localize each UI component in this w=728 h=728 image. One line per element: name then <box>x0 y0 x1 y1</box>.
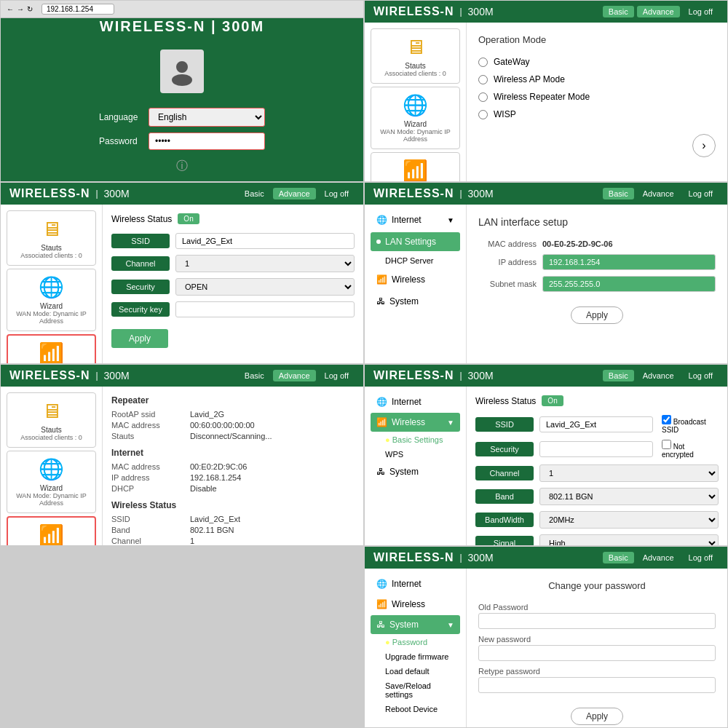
apply-button[interactable]: Apply <box>571 708 623 725</box>
browser-refresh[interactable]: ↻ <box>27 5 33 13</box>
ssid-input[interactable] <box>175 233 355 249</box>
wireless-toggle[interactable]: On <box>542 395 563 406</box>
subnet-input[interactable] <box>542 276 716 292</box>
channel-select[interactable]: 1 <box>539 464 719 482</box>
basic-button[interactable]: Basic <box>603 370 634 381</box>
logoff-button[interactable]: Log off <box>683 188 719 199</box>
security-key-input[interactable] <box>175 301 355 317</box>
channel-select[interactable]: 1 <box>175 255 355 272</box>
sidebar-wizard[interactable]: 🌐 Wizard WAN Mode: Dynamic IP Address <box>7 269 96 331</box>
advance-button[interactable]: Advance <box>273 370 316 381</box>
status-icon: 🖥 <box>10 399 92 423</box>
sidebar-wizard[interactable]: 🌐 Wizard WAN Mode: Dynamic IP Address <box>7 451 96 513</box>
wireless-toggle[interactable]: On <box>178 213 199 224</box>
password-field: Password <box>99 132 265 150</box>
ap-radio[interactable] <box>478 75 488 84</box>
not-encrypted-checkbox[interactable] <box>662 440 671 449</box>
sidebar-status[interactable]: 🖥 Stauts Associated clients : 0 <box>371 28 460 84</box>
model: 300M <box>468 6 494 17</box>
sidebar-wireless[interactable]: 📶 Wireless <box>7 334 96 364</box>
repeater-option[interactable]: Wireless Repeater Mode <box>478 92 716 102</box>
bandwidth-select[interactable]: 20MHz <box>539 511 719 529</box>
ip-row: IP address <box>478 254 716 270</box>
password-input[interactable] <box>149 132 265 150</box>
load-default-sub[interactable]: Load default <box>371 665 460 678</box>
status-panel: WIRELESS-N | 300M Basic Advance Log off … <box>0 364 364 546</box>
internet-menu[interactable]: 🌐 Internet <box>371 574 460 593</box>
ssid-input[interactable] <box>539 416 653 432</box>
internet-menu[interactable]: 🌐 Internet ▼ <box>371 210 460 229</box>
internet-icon: 🌐 <box>376 397 387 407</box>
advance-button[interactable]: Advance <box>273 188 316 199</box>
sidebar-status[interactable]: 🖥 Stauts Associated clients : 0 <box>7 392 96 448</box>
lan-content: LAN interface setup MAC address 00-E0-25… <box>467 205 727 363</box>
language-field: Language English <box>99 108 265 127</box>
internet-label: Internet <box>392 579 422 589</box>
url-bar[interactable]: 192.168.1.254 <box>41 4 114 15</box>
browser-forward[interactable]: → <box>17 5 24 13</box>
basic-button[interactable]: Basic <box>239 188 270 199</box>
wireless-menu[interactable]: 📶 Wireless <box>371 270 460 289</box>
system-menu[interactable]: 🖧 System <box>371 292 460 311</box>
wps-sub[interactable]: WPS <box>371 448 460 461</box>
wisp-radio[interactable] <box>478 110 488 119</box>
reboot-sub[interactable]: Reboot Device <box>371 703 460 716</box>
apply-button[interactable]: Apply <box>571 306 623 324</box>
ip-label: IP address <box>478 258 537 266</box>
signal-select[interactable]: High <box>539 534 719 546</box>
broadcast-checkbox[interactable] <box>662 415 671 424</box>
wisp-option[interactable]: WISP <box>478 109 716 119</box>
logoff-button[interactable]: Log off <box>319 370 355 381</box>
separator: | <box>95 189 98 199</box>
gateway-radio[interactable] <box>478 58 488 67</box>
basic-settings-sub[interactable]: ● Basic Settings <box>371 433 460 446</box>
retype-password-input[interactable] <box>478 677 716 693</box>
advance-button[interactable]: Advance <box>637 6 680 17</box>
basic-button[interactable]: Basic <box>603 188 634 199</box>
gateway-option[interactable]: GateWay <box>478 57 716 67</box>
wireless-status-label: Wireless Status <box>475 396 536 406</box>
internet-menu[interactable]: 🌐 Internet <box>371 392 460 411</box>
wireless-settings-content: Wireless Status On SSID Channel 1 Securi… <box>103 205 363 364</box>
ap-option[interactable]: Wireless AP Mode <box>478 74 716 84</box>
basic-button[interactable]: Basic <box>603 6 634 17</box>
apply-button[interactable]: Apply <box>111 329 168 348</box>
basic-button[interactable]: Basic <box>603 552 634 563</box>
advance-button[interactable]: Advance <box>637 188 680 199</box>
basic-button[interactable]: Basic <box>239 370 270 381</box>
browser-back[interactable]: ← <box>7 5 14 13</box>
advance-button[interactable]: Advance <box>637 552 680 563</box>
load-default-label: Load default <box>385 667 430 676</box>
firmware-sub[interactable]: Upgrade firmware <box>371 650 460 663</box>
wireless-menu[interactable]: 📶 Wireless ▼ <box>371 413 460 432</box>
wireless-label: Wireless <box>392 417 425 427</box>
ip-input[interactable] <box>542 254 716 270</box>
login-body: WIRELESS-N | 300M Language English Passw… <box>1 18 363 182</box>
logoff-button[interactable]: Log off <box>683 370 719 381</box>
sidebar-wireless[interactable]: 📶 Wireless SSID : Lavid_2G_Ext <box>7 516 96 546</box>
logoff-button[interactable]: Log off <box>683 6 719 17</box>
logoff-button[interactable]: Log off <box>683 552 719 563</box>
dhcp-server-menu[interactable]: DHCP Server <box>371 254 460 267</box>
band-select[interactable]: 802.11 BGN <box>539 488 719 505</box>
channel-label: Channel <box>111 256 170 271</box>
sidebar-wizard[interactable]: 🌐 Wizard WAN Mode: Dynamic IP Address <box>371 87 460 149</box>
language-select[interactable]: English <box>149 108 265 127</box>
system-menu[interactable]: 🖧 System <box>371 462 460 481</box>
system-menu[interactable]: 🖧 System ▼ <box>371 615 460 634</box>
security-input[interactable] <box>539 441 653 457</box>
next-button[interactable]: › <box>692 134 716 157</box>
wireless-menu[interactable]: 📶 Wireless <box>371 595 460 614</box>
new-password-input[interactable] <box>478 645 716 661</box>
old-password-input[interactable] <box>478 613 716 629</box>
security-select[interactable]: OPEN <box>175 278 355 296</box>
advance-button[interactable]: Advance <box>637 370 680 381</box>
repeater-radio[interactable] <box>478 92 488 102</box>
lan-settings-menu[interactable]: LAN Settings <box>371 232 460 251</box>
dhcp-val: Disable <box>190 484 217 493</box>
password-sub[interactable]: ● Password <box>371 636 460 649</box>
logoff-button[interactable]: Log off <box>319 188 355 199</box>
sidebar-status[interactable]: 🖥 Stauts Associated clients : 0 <box>7 210 96 266</box>
save-reload-sub[interactable]: Save/Reload settings <box>371 679 460 701</box>
sidebar-wireless[interactable]: 📶 Wireless SSID: Lavid_2G_Ext <box>371 152 460 182</box>
